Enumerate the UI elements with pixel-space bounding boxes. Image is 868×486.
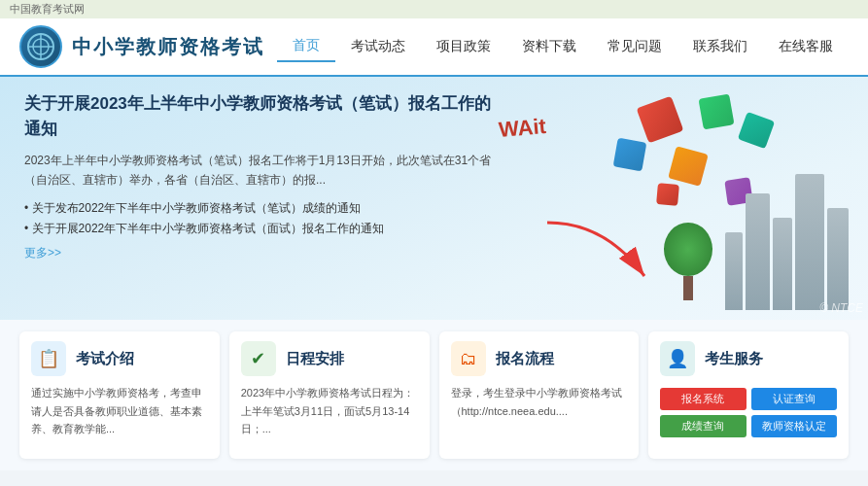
top-bar: 中国教育考试网 — [0, 0, 868, 18]
deco-tree — [664, 223, 712, 300]
btn-teacher-cert[interactable]: 教师资格认定 — [751, 415, 837, 437]
banner-title: 关于开展2023年上半年中小学教师资格考试（笔试）报名工作的通知 — [24, 91, 497, 141]
deco-buildings — [725, 174, 849, 310]
card-header-1: 📋 考试介绍 — [31, 341, 208, 376]
card-title-1: 考试介绍 — [76, 350, 134, 368]
wait-overlay-text: WAit — [498, 114, 547, 143]
more-link[interactable]: 更多>> — [24, 245, 61, 261]
watermark: © NTCE — [819, 301, 863, 315]
banner: 关于开展2023年上半年中小学教师资格考试（笔试）报名工作的通知 2023年上半… — [0, 77, 868, 320]
card-header-4: 👤 考生服务 — [660, 341, 837, 376]
btn-score-query[interactable]: 成绩查询 — [660, 415, 746, 437]
deco-box-orange — [668, 146, 709, 187]
logo-text: 中小学教师资格考试 — [72, 34, 264, 60]
top-bar-label: 中国教育考试网 — [10, 3, 85, 15]
card-title-2: 日程安排 — [286, 350, 344, 368]
deco-box-green — [698, 93, 734, 129]
card-icon-3: 🗂 — [451, 341, 486, 376]
card-header-2: ✔ 日程安排 — [241, 341, 418, 376]
btn-cert-query[interactable]: 认证查询 — [751, 388, 837, 410]
card-icon-4: 👤 — [660, 341, 695, 376]
cards-section: 📋 考试介绍 通过实施中小学教师资格考，考查申请人是否具备教师职业道德、基本素养… — [0, 320, 868, 470]
watermark-brand: NTCE — [831, 301, 863, 315]
nav-home[interactable]: 首页 — [277, 31, 335, 62]
card-body-2: 2023年中小学教师资格考试日程为：上半年笔试3月11日，面试5月13-14日；… — [241, 384, 418, 449]
building-5 — [827, 208, 849, 310]
banner-link-2[interactable]: 关于开展2022年下半年中小学教师资格考试（面试）报名工作的通知 — [24, 219, 497, 240]
card-btn-row-2: 成绩查询 教师资格认定 — [660, 415, 837, 437]
card-schedule: ✔ 日程安排 2023年中小学教师资格考试日程为：上半年笔试3月11日，面试5月… — [229, 331, 430, 459]
card-registration: 🗂 报名流程 登录，考生登录中小学教师资格考试（http://ntce.neea… — [439, 331, 640, 459]
banner-content: 关于开展2023年上半年中小学教师资格考试（笔试）报名工作的通知 2023年上半… — [0, 77, 521, 320]
watermark-text: © — [819, 301, 828, 315]
card-icon-2: ✔ — [241, 341, 276, 376]
main-nav: 首页 考试动态 项目政策 资料下载 常见问题 联系我们 在线客服 — [277, 31, 849, 62]
nav-news[interactable]: 考试动态 — [335, 32, 421, 61]
card-exam-intro: 📋 考试介绍 通过实施中小学教师资格考，考查申请人是否具备教师职业道德、基本素养… — [19, 331, 220, 459]
card-icon-1: 📋 — [31, 341, 66, 376]
banner-description: 2023年上半年中小学教师资格考试（笔试）报名工作将于1月13日开始，此次笔试在… — [24, 151, 497, 191]
deco-box-teal — [738, 112, 775, 149]
nav-service[interactable]: 在线客服 — [763, 32, 849, 61]
card-body-1: 通过实施中小学教师资格考，考查申请人是否具备教师职业道德、基本素养、教育教学能.… — [31, 384, 208, 449]
nav-policy[interactable]: 项目政策 — [421, 32, 506, 61]
logo-area: 中小学教师资格考试 — [19, 25, 264, 68]
card-student-service: 👤 考生服务 报名系统 认证查询 成绩查询 教师资格认定 — [648, 331, 849, 459]
nav-download[interactable]: 资料下载 — [506, 32, 592, 61]
red-arrow — [528, 213, 664, 291]
banner-decoration — [557, 87, 849, 310]
deco-box-red — [637, 96, 684, 144]
building-4 — [795, 174, 824, 310]
tree-trunk — [683, 276, 693, 300]
btn-registration-system[interactable]: 报名系统 — [660, 388, 746, 410]
nav-contact[interactable]: 联系我们 — [677, 32, 763, 61]
building-3 — [773, 218, 792, 310]
card-btn-row-1: 报名系统 认证查询 — [660, 388, 837, 410]
banner-link-1[interactable]: 关于发布2022年下半年中小学教师资格考试（笔试）成绩的通知 — [24, 198, 497, 220]
tree-crown — [664, 223, 712, 276]
card-body-3: 登录，考生登录中小学教师资格考试（http://ntce.neea.edu...… — [451, 384, 628, 449]
card-buttons-4: 报名系统 认证查询 成绩查询 教师资格认定 — [660, 388, 837, 437]
building-1 — [725, 232, 743, 310]
card-title-4: 考生服务 — [705, 350, 763, 368]
banner-links: 关于发布2022年下半年中小学教师资格考试（笔试）成绩的通知 关于开展2022年… — [24, 198, 497, 240]
deco-box-small-red — [656, 183, 679, 206]
card-title-3: 报名流程 — [496, 350, 554, 368]
nav-faq[interactable]: 常见问题 — [592, 32, 677, 61]
card-header-3: 🗂 报名流程 — [451, 341, 628, 376]
building-2 — [746, 193, 770, 310]
logo-icon — [19, 25, 62, 68]
deco-box-blue — [613, 138, 647, 172]
header: 中小学教师资格考试 首页 考试动态 项目政策 资料下载 常见问题 联系我们 在线… — [0, 18, 868, 77]
